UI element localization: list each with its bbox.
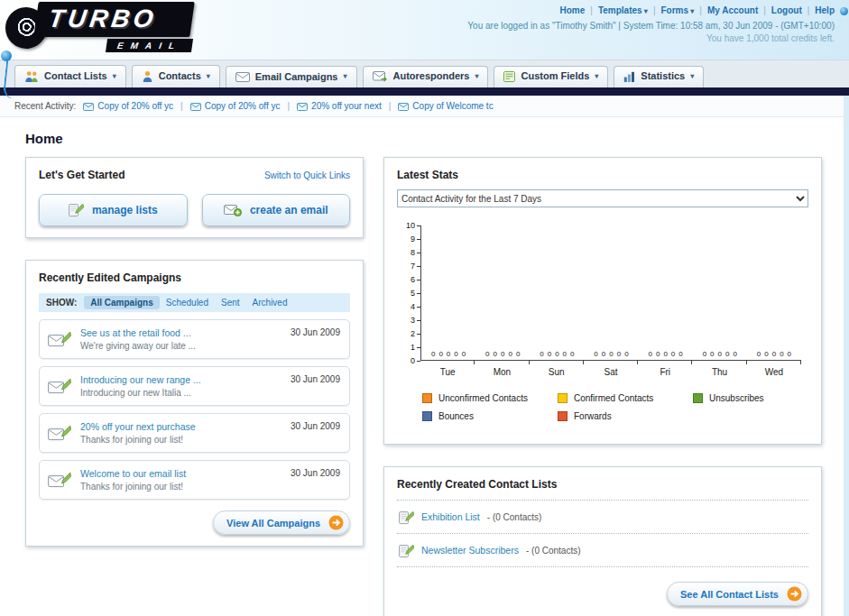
x-axis-label: Tue <box>420 367 475 377</box>
recent-activity-link[interactable]: Copy of Welcome tc <box>412 101 493 111</box>
x-axis-label: Sat <box>584 367 638 377</box>
bar-value-label: 0 <box>656 350 660 358</box>
bar-value-label: 0 <box>757 350 761 358</box>
bar-value-label: 0 <box>431 350 435 358</box>
contact-count: - (0 Contacts) <box>526 546 581 556</box>
chart-bar-group: 00000 <box>693 225 747 360</box>
legend-item: Unconfirmed Contacts <box>422 393 558 403</box>
main-nav-tabs: Contact Lists▾Contacts▾Email Campaigns▾A… <box>0 60 849 87</box>
tab-contacts[interactable]: Contacts▾ <box>132 65 220 87</box>
bar-value-label: 0 <box>671 350 675 358</box>
campaign-text: Welcome to our email listThanks for join… <box>80 468 186 492</box>
campaign-title-link[interactable]: See us at the retail food ... <box>80 327 196 338</box>
legend-label: Forwards <box>574 411 612 421</box>
legend-item: Confirmed Contacts <box>558 393 693 403</box>
legend-item: Unsubscribes <box>693 393 828 403</box>
campaign-title-link[interactable]: 20% off your next purchase <box>80 421 196 432</box>
see-all-contact-lists-label: See All Contact Lists <box>680 589 779 600</box>
separator: | <box>763 5 766 15</box>
create-an-email-button[interactable]: create an email <box>202 194 351 226</box>
bar-value-labels: 00000 <box>747 350 801 358</box>
campaigns-filter-all-campaigns[interactable]: All Campaigns <box>84 296 159 309</box>
bar-value-label: 0 <box>563 350 567 358</box>
separator: | <box>287 101 290 111</box>
envelope-pencil-icon <box>48 471 71 488</box>
logo: TURBO EMAIL <box>5 2 192 52</box>
campaign-filter-tabs: All CampaignsScheduledSentArchived <box>84 298 293 308</box>
bar-value-label: 0 <box>772 350 776 358</box>
left-column: Let's Get Started Switch to Quick Links … <box>25 157 364 568</box>
legend-label: Unsubscribes <box>709 393 764 403</box>
top-nav-home[interactable]: Home <box>560 5 586 15</box>
campaign-text: 20% off your next purchaseThanks for joi… <box>80 421 196 445</box>
see-all-contact-lists-button[interactable]: See All Contact Lists <box>667 582 808 606</box>
small-envelope-icon <box>297 101 308 111</box>
bar-value-label: 0 <box>454 350 457 358</box>
contact-list-link[interactable]: Exhibition List <box>421 511 480 522</box>
stats-icon <box>623 70 635 82</box>
arrow-circle-icon <box>787 586 802 602</box>
caret-down-icon: ▾ <box>113 72 116 80</box>
tab-email-campaigns[interactable]: Email Campaigns▾ <box>226 66 357 87</box>
campaigns-filter-sent[interactable]: Sent <box>215 296 246 309</box>
recent-activity-link[interactable]: 20% off your next <box>311 101 382 111</box>
small-envelope-icon <box>398 101 409 111</box>
legend-swatch <box>422 411 432 421</box>
top-nav-templates[interactable]: Templates ▾ <box>598 5 648 15</box>
y-tick-label: 4 <box>411 302 415 311</box>
bar-value-label: 0 <box>725 350 729 358</box>
tab-statistics[interactable]: Statistics▾ <box>614 66 704 87</box>
bar-value-label: 0 <box>617 350 621 358</box>
top-nav-help[interactable]: Help <box>815 5 835 15</box>
top-nav-forms[interactable]: Forms ▾ <box>661 5 695 15</box>
latest-stats-title: Latest Stats <box>397 169 808 181</box>
bar-value-label: 0 <box>555 350 558 358</box>
contact-lists-title: Recently Created Contact Lists <box>397 478 808 491</box>
caret-down-icon: ▾ <box>642 7 648 15</box>
campaigns-filter-strip: SHOW: All CampaignsScheduledSentArchived <box>39 293 350 312</box>
campaigns-filter-scheduled[interactable]: Scheduled <box>160 296 215 309</box>
campaign-date: 30 Jun 2009 <box>291 374 340 384</box>
campaign-title-link[interactable]: Welcome to our email list <box>80 468 186 479</box>
get-started-buttons: manage listscreate an email <box>39 194 350 226</box>
contact-list-item: Newsletter Subscribers - (0 Contacts) <box>397 534 808 567</box>
person-icon <box>142 69 153 82</box>
tab-autoresponders[interactable]: Autoresponders▾ <box>363 66 489 87</box>
view-all-campaigns-label: View All Campaigns <box>226 518 320 529</box>
top-nav-logout[interactable]: Logout <box>771 5 802 15</box>
campaign-title-link[interactable]: Introducing our new range ... <box>80 374 201 385</box>
bar-value-label: 0 <box>516 350 520 358</box>
bar-value-label: 0 <box>609 350 613 358</box>
chart-plot-area: 00000000000000000000000000000000000 <box>420 225 801 361</box>
recent-activity-link[interactable]: Copy of 20% off yc <box>205 101 281 111</box>
separator: | <box>699 5 702 15</box>
legend-swatch <box>558 411 568 421</box>
switch-quick-links-link[interactable]: Switch to Quick Links <box>264 170 350 180</box>
x-axis-label: Fri <box>638 367 692 377</box>
bar-value-label: 0 <box>485 350 489 358</box>
y-tick-label: 7 <box>411 262 415 271</box>
envelope-pencil-icon <box>48 377 71 394</box>
content-columns: Let's Get Started Switch to Quick Links … <box>0 157 844 616</box>
tab-contact-lists[interactable]: Contact Lists▾ <box>14 65 126 87</box>
caret-down-icon: ▾ <box>688 7 694 15</box>
tab-custom-fields[interactable]: Custom Fields▾ <box>494 66 608 87</box>
bar-value-label: 0 <box>678 350 682 358</box>
recent-activity-link[interactable]: Copy of 20% off yc <box>97 101 173 111</box>
manage-lists-button[interactable]: manage lists <box>39 194 188 226</box>
view-all-campaigns-button[interactable]: View All Campaigns <box>213 510 350 535</box>
tab-label: Contacts <box>159 70 201 81</box>
y-tick-label: 3 <box>411 316 415 325</box>
help-widget-dot[interactable] <box>840 7 848 15</box>
contact-list-link[interactable]: Newsletter Subscribers <box>421 545 519 556</box>
bar-value-label: 0 <box>710 350 714 358</box>
chart-x-labels: TueMonSunSatFriThuWed <box>420 367 801 377</box>
header: TURBO EMAIL Home|Templates ▾|Forms ▾|My … <box>0 0 849 60</box>
stats-period-select[interactable]: Contact Activity for the Last 7 Days <box>397 189 808 207</box>
top-nav-my-account[interactable]: My Account <box>707 5 758 15</box>
campaign-list-item: See us at the retail food ...We're givin… <box>39 319 350 359</box>
bar-value-label: 0 <box>649 350 652 358</box>
legend-swatch <box>558 393 568 403</box>
recent-activity-bar: Recent Activity: Copy of 20% off yc|Copy… <box>0 96 844 117</box>
campaigns-filter-archived[interactable]: Archived <box>246 296 294 309</box>
